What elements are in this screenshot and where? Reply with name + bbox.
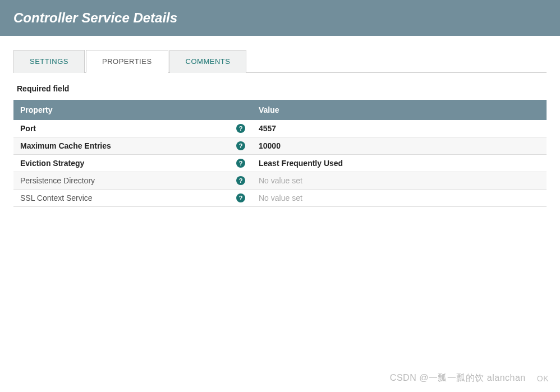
help-icon[interactable]: ? xyxy=(236,124,245,133)
extra-cell xyxy=(488,120,547,137)
table-row[interactable]: Maximum Cache Entries?10000 xyxy=(13,137,547,155)
table-header-row: Property Value xyxy=(13,100,547,120)
tab-properties[interactable]: PROPERTIES xyxy=(86,50,168,73)
property-value: No value set xyxy=(259,193,302,202)
table-row[interactable]: Port?4557 xyxy=(13,120,547,137)
extra-cell xyxy=(488,137,547,155)
property-name: Persistence Directory xyxy=(20,176,95,185)
column-header-extra xyxy=(488,100,547,120)
help-icon[interactable]: ? xyxy=(236,141,245,150)
watermark-text: CSDN @一瓢一瓢的饮 alanchan xyxy=(390,372,526,384)
help-icon[interactable]: ? xyxy=(236,159,245,168)
extra-cell xyxy=(488,172,547,190)
required-field-label: Required field xyxy=(17,84,547,93)
dialog-header: Controller Service Details xyxy=(0,0,560,36)
property-name: Port xyxy=(20,124,36,133)
extra-cell xyxy=(488,190,547,207)
help-icon[interactable]: ? xyxy=(236,176,245,185)
table-row[interactable]: Eviction Strategy?Least Frequently Used xyxy=(13,155,547,172)
tab-settings[interactable]: SETTINGS xyxy=(13,50,85,73)
property-name: SSL Context Service xyxy=(20,193,93,202)
table-row[interactable]: Persistence Directory?No value set xyxy=(13,172,547,190)
property-value: No value set xyxy=(259,176,302,185)
table-row[interactable]: SSL Context Service?No value set xyxy=(13,190,547,207)
help-icon[interactable]: ? xyxy=(236,193,245,202)
property-value: Least Frequently Used xyxy=(259,159,343,168)
column-header-value: Value xyxy=(252,100,488,120)
column-header-property: Property xyxy=(13,100,252,120)
dialog-title: Controller Service Details xyxy=(13,10,177,25)
dialog-footer: CSDN @一瓢一瓢的饮 alanchan OK xyxy=(390,372,549,384)
dialog-content: SETTINGS PROPERTIES COMMENTS Required fi… xyxy=(0,36,560,220)
property-value: 4557 xyxy=(259,124,276,133)
property-name: Maximum Cache Entries xyxy=(20,141,111,150)
property-value: 10000 xyxy=(259,141,281,150)
tab-bar: SETTINGS PROPERTIES COMMENTS xyxy=(13,49,547,73)
properties-table: Property Value Port?4557Maximum Cache En… xyxy=(13,100,547,207)
property-name: Eviction Strategy xyxy=(20,159,84,168)
ok-button[interactable]: OK xyxy=(537,374,549,383)
tab-comments[interactable]: COMMENTS xyxy=(169,50,247,73)
extra-cell xyxy=(488,155,547,172)
